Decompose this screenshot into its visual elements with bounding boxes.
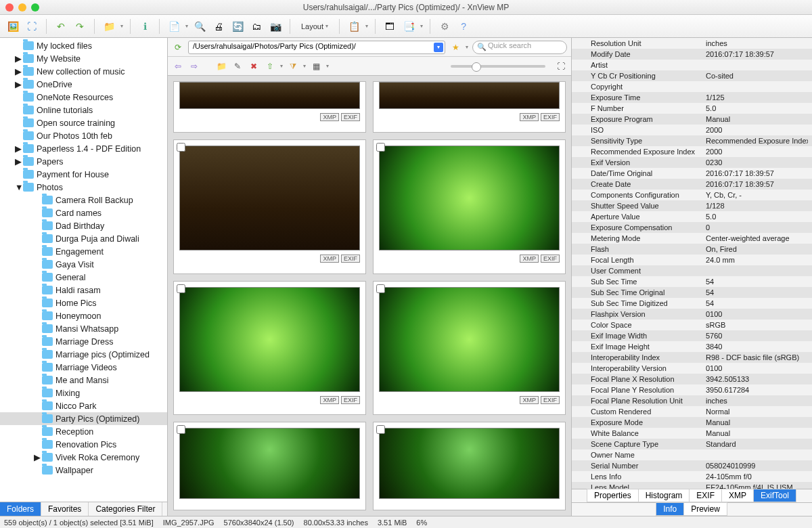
layout-menu[interactable]: Layout▾ — [297, 22, 332, 30]
metadata-row[interactable]: Owner Name — [572, 449, 812, 460]
info-tab[interactable]: Info — [656, 502, 684, 516]
disclosure-icon[interactable]: ▶ — [34, 452, 41, 462]
metadata-row[interactable]: Sensitivity TypeRecommended Exposure Ind… — [572, 135, 812, 146]
info-icon[interactable]: ℹ — [137, 19, 152, 34]
disclosure-icon[interactable]: ▶ — [15, 79, 22, 89]
chevron-down-icon[interactable]: ▾ — [185, 23, 188, 29]
open-file-icon[interactable]: 🖼️ — [5, 19, 20, 34]
metadata-row[interactable]: Interoperability IndexR98 - DCF basic fi… — [572, 352, 812, 363]
tree-folder[interactable]: Dad Birthday — [0, 219, 167, 232]
binoculars-icon[interactable]: 🔍 — [192, 19, 207, 34]
metadata-row[interactable]: Metering ModeCenter-weighted average — [572, 233, 812, 244]
filter-icon[interactable]: ⧩ — [287, 60, 299, 72]
metadata-row[interactable]: Recommended Exposure Index2000 — [572, 146, 812, 157]
metadata-row[interactable]: Interoperability Version0100 — [572, 363, 812, 374]
info-tab[interactable]: Preview — [683, 502, 727, 516]
metadata-row[interactable]: Resolution Unitinches — [572, 38, 812, 49]
metadata-row[interactable]: User Comment — [572, 265, 812, 276]
metadata-row[interactable]: Focal Plane Y Resolution3950.617284 — [572, 384, 812, 395]
disclosure-icon[interactable]: ▶ — [15, 53, 22, 64]
tree-folder[interactable]: ▶Papers — [0, 155, 167, 168]
metadata-row[interactable]: F Number5.0 — [572, 103, 812, 114]
up-folder-icon[interactable]: 📁 — [102, 19, 116, 34]
grid-view-icon[interactable]: ▦ — [310, 60, 322, 72]
metadata-row[interactable]: FlashOn, Fired — [572, 244, 812, 255]
redo-icon[interactable]: ↷ — [72, 19, 87, 34]
disclosure-icon[interactable]: ▼ — [15, 183, 22, 192]
select-checkbox[interactable] — [177, 143, 185, 152]
thumbnail-item[interactable] — [373, 422, 566, 510]
info-tab[interactable]: ExifTool — [753, 489, 796, 502]
metadata-row[interactable]: Components ConfigurationY, Cb, Cr, - — [572, 190, 812, 200]
metadata-row[interactable]: ISO2000 — [572, 125, 812, 135]
thumbnail-item[interactable]: XMPEXIF — [373, 81, 566, 133]
metadata-row[interactable]: Exposure Compensation0 — [572, 222, 812, 233]
settings-icon[interactable]: ⚙ — [437, 19, 452, 34]
metadata-row[interactable]: Aperture Value5.0 — [572, 211, 812, 222]
metadata-row[interactable]: Sub Sec Time Original54 — [572, 287, 812, 298]
convert-icon[interactable]: 🔄 — [230, 19, 245, 34]
chevron-down-icon[interactable]: ▾ — [120, 23, 123, 29]
thumbnail-item[interactable]: XMPEXIF — [173, 281, 366, 416]
tree-folder[interactable]: ▶Vivek Roka Ceremony — [0, 451, 167, 464]
thumbnail-item[interactable]: XMPEXIF — [173, 139, 366, 274]
metadata-row[interactable]: White BalanceManual — [572, 428, 812, 439]
metadata-row[interactable]: Artist — [572, 60, 812, 70]
metadata-row[interactable]: Scene Capture TypeStandard — [572, 439, 812, 449]
help-icon[interactable]: ? — [456, 19, 471, 34]
tree-folder[interactable]: ▶My Website — [0, 52, 167, 65]
undo-icon[interactable]: ↶ — [53, 19, 68, 34]
metadata-row[interactable]: Color SpacesRGB — [572, 320, 812, 330]
metadata-row[interactable]: Shutter Speed Value1/128 — [572, 200, 812, 211]
close-window-button[interactable] — [5, 3, 14, 12]
tree-folder[interactable]: Reception — [0, 425, 167, 438]
delete-icon[interactable]: ✖ — [248, 60, 260, 72]
forward-icon[interactable]: ⇨ — [188, 60, 200, 72]
metadata-row[interactable]: Copyright — [572, 81, 812, 92]
tree-folder[interactable]: ▶OneDrive — [0, 78, 167, 91]
tree-folder[interactable]: Nicco Park — [0, 399, 167, 412]
select-checkbox[interactable] — [376, 284, 385, 293]
view-mode-icon[interactable]: 🗔 — [382, 19, 397, 34]
tree-folder[interactable]: Payment for House — [0, 168, 167, 181]
metadata-row[interactable]: Focal Plane X Resolution3942.505133 — [572, 374, 812, 384]
print-icon[interactable]: 🖨 — [211, 19, 226, 34]
disclosure-icon[interactable]: ▶ — [15, 66, 22, 76]
zoom-window-button[interactable] — [31, 3, 39, 12]
metadata-row[interactable]: Create Date2016:07:17 18:39:57 — [572, 179, 812, 190]
tree-folder[interactable]: Durga Puja and Diwali — [0, 232, 167, 245]
tree-folder[interactable]: Card names — [0, 206, 167, 219]
path-dropdown-icon[interactable]: ▾ — [434, 43, 443, 52]
fullscreen-icon[interactable]: ⛶ — [24, 19, 39, 34]
thumbnail-item[interactable] — [173, 422, 366, 510]
tree-folder[interactable]: Online tutorials — [0, 104, 167, 116]
tree-folder[interactable]: ▶New collection of music — [0, 65, 167, 78]
metadata-row[interactable]: Exposure Time1/125 — [572, 92, 812, 103]
tree-folder[interactable]: Me and Mansi — [0, 374, 167, 387]
metadata-row[interactable]: Exposure ProgramManual — [572, 114, 812, 125]
tree-folder[interactable]: Engagement — [0, 245, 167, 258]
tree-folder[interactable]: Marriage pics (Optimized — [0, 348, 167, 361]
tree-folder[interactable]: Haldi rasam — [0, 284, 167, 296]
rename-icon[interactable]: ✎ — [231, 60, 244, 72]
camera-icon[interactable]: 📷 — [268, 19, 283, 34]
tree-folder[interactable]: Camera Roll Backup — [0, 194, 167, 206]
new-folder-icon[interactable]: 📁 — [215, 60, 227, 72]
tree-folder[interactable]: Open source training — [0, 116, 167, 129]
sidebar-tab[interactable]: Favorites — [41, 502, 89, 516]
copy-to-icon[interactable]: 📄 — [166, 19, 181, 34]
info-tab[interactable]: XMP — [721, 489, 754, 502]
metadata-row[interactable]: Modify Date2016:07:17 18:39:57 — [572, 49, 812, 60]
thumbnail-size-slider[interactable] — [451, 65, 545, 68]
metadata-row[interactable]: Custom RenderedNormal — [572, 406, 812, 417]
chevron-down-icon[interactable]: ▾ — [365, 23, 368, 29]
move-up-icon[interactable]: ⇧ — [264, 60, 276, 72]
tree-folder[interactable]: Wallpaper — [0, 464, 167, 477]
thumbnail-item[interactable]: XMPEXIF — [173, 81, 366, 133]
tree-folder[interactable]: Home Pics — [0, 296, 167, 309]
tree-folder[interactable]: ▼Photos — [0, 181, 167, 194]
expand-icon[interactable]: ⛶ — [555, 60, 567, 72]
tree-folder[interactable]: Marriage Videos — [0, 361, 167, 374]
star-icon[interactable]: ★ — [449, 41, 461, 53]
thumbnail-grid[interactable]: XMPEXIF XMPEXIF XMPEXIF XMPEXIF XMPEXIF … — [168, 76, 571, 516]
